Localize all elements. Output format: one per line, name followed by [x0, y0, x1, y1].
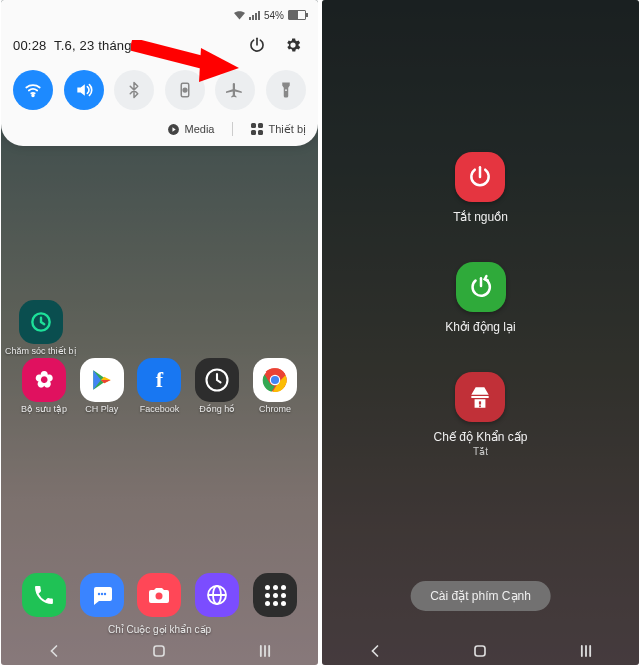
screenshot-right: Tắt nguồn Khởi động lại Chế độ Khẩn cấp … — [322, 0, 639, 665]
app-facebook[interactable]: f Facebook — [131, 358, 189, 415]
side-key-settings-button[interactable]: Cài đặt phím Cạnh — [410, 581, 551, 611]
nav-bar-right — [322, 637, 639, 665]
nav-recents[interactable] — [255, 641, 275, 661]
app-gallery[interactable]: ✿ Bộ sưu tập — [15, 358, 73, 415]
svg-rect-18 — [475, 646, 485, 656]
nav-home[interactable] — [149, 641, 169, 661]
power-menu: Tắt nguồn Khởi động lại Chế độ Khẩn cấp … — [322, 0, 639, 665]
screenshot-left: 54% 00:28 T.6, 23 tháng 8 — [1, 0, 318, 665]
devices-button[interactable]: Thiết bị — [251, 122, 306, 136]
emergency-mode-button[interactable]: Chế độ Khẩn cấp Tắt — [433, 372, 527, 457]
battery-pct: 54% — [264, 10, 284, 21]
battery-icon — [288, 10, 306, 20]
wifi-toggle[interactable] — [13, 70, 53, 110]
svg-rect-15 — [154, 646, 164, 656]
status-bar: 54% — [13, 8, 306, 22]
restart-button[interactable]: Khởi động lại — [445, 262, 515, 334]
wifi-status-icon — [234, 11, 245, 20]
flashlight-toggle[interactable] — [266, 70, 306, 110]
home-screen: Chăm sóc thiết bị ✿ Bộ sưu tập CH Play f… — [1, 300, 318, 665]
nav-bar — [1, 637, 318, 665]
nav-back[interactable] — [44, 641, 64, 661]
svg-rect-16 — [479, 401, 481, 404]
svg-point-8 — [271, 376, 279, 384]
nav-recents[interactable] — [576, 641, 596, 661]
nav-back[interactable] — [365, 641, 385, 661]
media-button[interactable]: Media — [167, 122, 215, 136]
power-off-button[interactable]: Tắt nguồn — [453, 152, 508, 224]
app-chrome[interactable]: Chrome — [246, 358, 304, 415]
power-icon[interactable] — [248, 36, 266, 54]
svg-point-2 — [183, 88, 187, 92]
clock-date: 00:28 T.6, 23 tháng 8 — [13, 38, 143, 53]
svg-point-0 — [32, 95, 34, 97]
callout-arrow — [131, 40, 241, 84]
app-play-store[interactable]: CH Play — [73, 358, 131, 415]
nav-home[interactable] — [470, 641, 490, 661]
sound-toggle[interactable] — [64, 70, 104, 110]
gear-icon[interactable] — [284, 36, 302, 54]
svg-point-17 — [480, 405, 482, 407]
app-device-care[interactable]: Chăm sóc thiết bị — [5, 300, 77, 357]
app-clock[interactable]: Đồng hồ — [188, 358, 246, 415]
signal-icon — [249, 11, 260, 20]
